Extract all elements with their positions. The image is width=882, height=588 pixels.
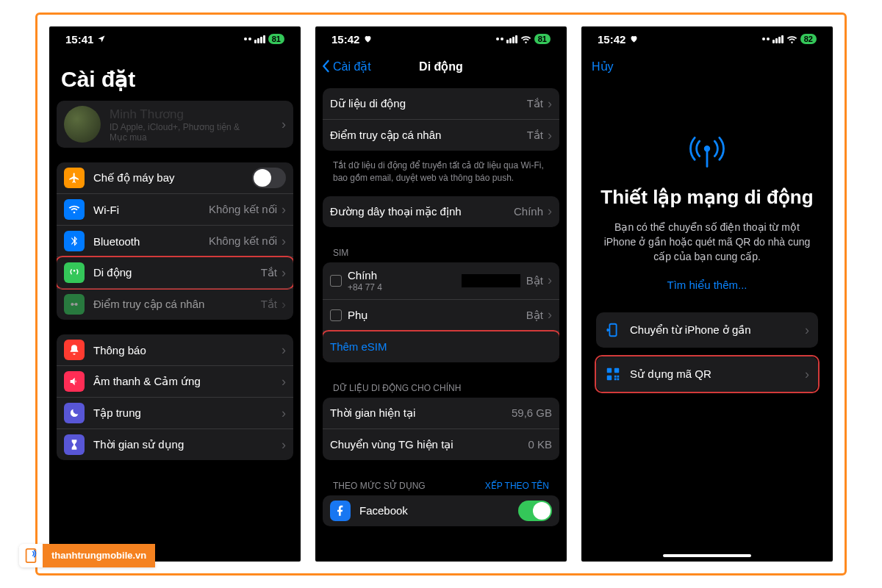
svg-rect-5 (607, 368, 612, 373)
airplane-mode-row[interactable]: Chế độ máy bay (57, 162, 293, 193)
svg-rect-8 (614, 376, 617, 378)
chevron-right-icon: › (282, 265, 286, 281)
bluetooth-icon (64, 231, 85, 251)
profile-sub1: ID Apple, iCloud+, Phương tiện & (110, 122, 277, 132)
svg-rect-10 (614, 379, 617, 381)
learn-more-link[interactable]: Tìm hiểu thêm... (667, 279, 747, 292)
chevron-right-icon: › (548, 307, 552, 323)
svg-rect-9 (617, 379, 620, 381)
heart-icon (629, 35, 639, 43)
chevron-right-icon: › (805, 367, 809, 382)
sim-group: Chính +84 77 4 Bật › Phụ Bật › Thêm (323, 262, 559, 362)
facebook-icon (330, 501, 351, 521)
apple-id-row[interactable]: Minh Thương ID Apple, iCloud+, Phương ti… (57, 101, 293, 148)
redacted-number (462, 274, 520, 287)
svg-point-1 (75, 303, 78, 306)
cell-signal-icon (254, 35, 265, 43)
chevron-right-icon: › (282, 437, 286, 453)
focus-row[interactable]: Tập trung › (57, 397, 293, 429)
antenna-icon (686, 131, 728, 172)
profile-group: Minh Thương ID Apple, iCloud+, Phương ti… (57, 101, 293, 148)
chevron-right-icon: › (282, 406, 286, 421)
status-bar: 15:42 81 (315, 26, 567, 51)
hotspot-row[interactable]: Điểm truy cập cá nhân Tắt › (57, 288, 293, 320)
profile-name: Minh Thương (110, 107, 277, 122)
wifi-icon (520, 35, 531, 43)
sim-secondary-row[interactable]: Phụ Bật › (323, 299, 559, 331)
default-voice-line-row[interactable]: Đường dây thoại mặc định Chính › (323, 196, 559, 227)
use-qr-code-row[interactable]: Sử dụng mã QR › (596, 356, 818, 392)
chevron-right-icon: › (282, 374, 286, 390)
screenshot-settings: 15:41 81 Cài đặt Minh Thương ID Apple, i… (49, 26, 301, 562)
chevron-right-icon: › (548, 204, 552, 219)
back-button[interactable]: Cài đặt (321, 51, 371, 81)
cellular-note: Tắt dữ liệu di động để truyền tất cả dữ … (323, 155, 559, 196)
status-time: 15:42 (598, 33, 625, 46)
status-bar: 15:41 81 (49, 26, 301, 51)
sim-primary-row[interactable]: Chính +84 77 4 Bật › (323, 262, 559, 299)
transfer-from-iphone-row[interactable]: Chuyển từ iPhone ở gần › (596, 312, 818, 348)
screentime-row[interactable]: Thời gian sử dụng › (57, 429, 293, 460)
bluetooth-row[interactable]: Bluetooth Không kết nối › (57, 225, 293, 257)
svg-rect-7 (607, 376, 612, 380)
bell-icon (64, 340, 85, 360)
tutorial-frame: 15:41 81 Cài đặt Minh Thương ID Apple, i… (35, 12, 847, 576)
roaming-period-row[interactable]: Chuyển vùng TG hiện tại 0 KB (323, 429, 559, 460)
chevron-right-icon: › (282, 297, 286, 312)
screenshot-setup-cellular: 15:42 82 Hủy (581, 26, 833, 562)
page-title: Cài đặt (49, 51, 301, 101)
dual-sim-icon (762, 37, 770, 40)
app-toggle[interactable] (518, 501, 552, 521)
setup-title: Thiết lập mạng di động (600, 185, 813, 209)
current-period-row[interactable]: Thời gian hiện tại 59,6 GB (323, 398, 559, 429)
home-indicator[interactable] (663, 554, 751, 557)
airplane-toggle[interactable] (252, 168, 286, 188)
hourglass-icon (64, 434, 85, 455)
cell-signal-icon (506, 35, 517, 43)
chevron-right-icon: › (282, 202, 286, 218)
chevron-right-icon: › (282, 343, 286, 358)
cellular-data-group: Dữ liệu di động Tắt › Điểm truy cập cá n… (323, 88, 559, 151)
watermark-brand: thanhtrungmobile.vn (19, 544, 155, 567)
status-time: 15:42 (331, 33, 359, 46)
by-usage-header: THEO MỨC SỬ DỤNG XẾP THEO TÊN (323, 475, 559, 495)
sort-by-name-link[interactable]: XẾP THEO TÊN (485, 481, 549, 491)
svg-point-0 (71, 303, 74, 306)
add-esim-row[interactable]: Thêm eSIM (323, 331, 559, 362)
sound-icon (64, 371, 85, 392)
heart-icon (363, 35, 373, 43)
chevron-right-icon: › (282, 234, 286, 249)
dual-sim-icon (496, 37, 503, 40)
cell-signal-icon (772, 35, 784, 43)
brand-text: thanhtrungmobile.vn (43, 544, 155, 567)
battery-indicator: 81 (268, 34, 284, 44)
chevron-right-icon: › (548, 273, 552, 288)
svg-point-2 (705, 146, 709, 151)
wifi-row[interactable]: Wi-Fi Không kết nối › (57, 193, 293, 225)
chevron-right-icon: › (548, 96, 552, 112)
hotspot-icon (64, 294, 85, 315)
personal-hotspot-row[interactable]: Điểm truy cập cá nhân Tắt › (323, 119, 559, 151)
notifications-row[interactable]: Thông báo › (57, 334, 293, 365)
cellular-row[interactable]: Di động Tắt › (57, 257, 293, 288)
chevron-right-icon: › (282, 117, 286, 132)
battery-indicator: 81 (534, 34, 551, 44)
cellular-data-row[interactable]: Dữ liệu di động Tắt › (323, 88, 559, 119)
nav-header: Cài đặt Di động (315, 51, 567, 81)
sounds-row[interactable]: Âm thanh & Cảm ứng › (57, 365, 293, 397)
brand-logo-icon (19, 544, 43, 567)
setup-description: Bạn có thể chuyển số điện thoại từ một i… (596, 220, 818, 265)
cancel-button[interactable]: Hủy (592, 51, 614, 81)
transfer-icon (605, 322, 621, 338)
notifications-group: Thông báo › Âm thanh & Cảm ứng › Tập tru… (57, 334, 293, 460)
chevron-right-icon: › (805, 323, 809, 338)
status-bar: 15:42 82 (581, 26, 833, 51)
connectivity-group: Chế độ máy bay Wi-Fi Không kết nối › Blu… (57, 162, 293, 320)
wifi-icon (64, 199, 85, 220)
status-time: 15:41 (65, 33, 93, 46)
svg-rect-6 (614, 368, 619, 373)
usage-stats-group: Thời gian hiện tại 59,6 GB Chuyển vùng T… (323, 398, 559, 460)
qr-icon (605, 366, 621, 382)
app-facebook-row[interactable]: Facebook (323, 495, 559, 526)
sim-section-header: SIM (323, 242, 559, 262)
